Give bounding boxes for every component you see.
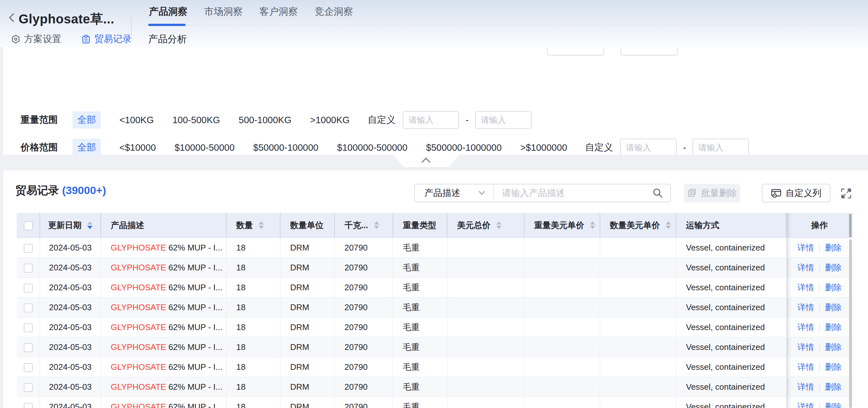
- tab-trade-records-label: 贸易记录: [94, 33, 132, 45]
- weight-max-input[interactable]: [475, 111, 532, 129]
- main-tab[interactable]: 客户洞察: [259, 5, 299, 18]
- row-checkbox[interactable]: [24, 383, 33, 392]
- filter-option[interactable]: 100-500KG: [173, 115, 220, 126]
- cell-quantity: 18: [226, 357, 280, 377]
- scrollbar-track-segment: [849, 214, 851, 237]
- sort-icon[interactable]: [496, 221, 501, 229]
- column-header[interactable]: 数量美元单价: [600, 213, 676, 238]
- cell-usd-unit-weight: [524, 277, 600, 297]
- table-row: 2024-05-03GLYPHOSATE 62% MUP - I...18DRM…: [17, 317, 852, 337]
- delete-link[interactable]: 删除: [825, 382, 842, 392]
- filter-option[interactable]: $100000-500000: [337, 142, 407, 153]
- filter-option[interactable]: 500-1000KG: [239, 115, 291, 126]
- column-header-label: 更新日期: [48, 220, 82, 231]
- clipped-input[interactable]: [620, 47, 678, 56]
- main-tab[interactable]: 市场洞察: [204, 5, 243, 18]
- column-header[interactable]: 重量美元单价: [524, 213, 600, 238]
- cell-quantity-unit: DRM: [280, 397, 335, 408]
- sort-icon[interactable]: [374, 221, 379, 229]
- detail-link[interactable]: 详情: [797, 322, 814, 332]
- filter-option[interactable]: $50000-100000: [253, 142, 318, 153]
- table-row: 2024-05-03GLYPHOSATE 62% MUP - I...18DRM…: [17, 357, 852, 377]
- row-checkbox[interactable]: [24, 303, 33, 312]
- cell-actions: 详情删除: [786, 297, 852, 317]
- delete-link[interactable]: 删除: [825, 303, 842, 312]
- filter-option[interactable]: 全部: [72, 139, 101, 155]
- sort-icon[interactable]: [666, 221, 671, 229]
- row-checkbox[interactable]: [24, 403, 33, 408]
- collapse-filters-tab[interactable]: [393, 155, 459, 167]
- column-header[interactable]: 千克...: [335, 213, 393, 238]
- delete-link[interactable]: 删除: [825, 263, 842, 272]
- row-checkbox[interactable]: [24, 244, 33, 253]
- detail-link[interactable]: 详情: [797, 342, 814, 352]
- cell-transport: Vessel, containerized: [676, 317, 786, 337]
- column-header-label: 美元总价: [457, 220, 491, 231]
- filter-option[interactable]: $10000-50000: [175, 142, 235, 153]
- tab-trade-records[interactable]: 贸易记录: [81, 33, 132, 45]
- delete-link[interactable]: 删除: [825, 362, 842, 372]
- weight-min-input[interactable]: [403, 111, 459, 129]
- back-icon[interactable]: [8, 13, 15, 23]
- filter-option[interactable]: >1000KG: [310, 115, 349, 126]
- product-description-rest: 62% MUP - I...: [166, 402, 222, 408]
- column-header[interactable]: 美元总价: [447, 213, 524, 238]
- sort-icon[interactable]: [259, 221, 264, 229]
- delete-link[interactable]: 删除: [825, 322, 842, 332]
- row-checkbox[interactable]: [24, 363, 33, 372]
- cell-usd-unit-weight: [524, 297, 600, 317]
- cell-actions: 详情删除: [786, 277, 852, 297]
- column-header[interactable]: 更新日期: [40, 213, 101, 238]
- tab-product-analysis[interactable]: 产品分析: [148, 33, 187, 46]
- detail-link[interactable]: 详情: [797, 303, 814, 312]
- main-tab[interactable]: 产品洞察: [148, 5, 188, 18]
- product-keyword-highlight: GLYPHOSATE: [111, 322, 166, 332]
- delete-link[interactable]: 删除: [825, 402, 842, 408]
- detail-link[interactable]: 详情: [797, 362, 814, 372]
- cell-update-date: 2024-05-03: [40, 258, 101, 277]
- cell-usd-total: [447, 317, 524, 337]
- row-checkbox[interactable]: [24, 343, 33, 352]
- main-tab[interactable]: 竞企洞察: [314, 5, 354, 18]
- filter-option[interactable]: >$1000000: [520, 142, 567, 153]
- tab-scheme-settings[interactable]: 方案设置: [11, 33, 61, 45]
- delete-link[interactable]: 删除: [825, 282, 842, 292]
- detail-link[interactable]: 详情: [797, 402, 814, 408]
- search-input[interactable]: [494, 184, 652, 202]
- tabs-baseline: [146, 25, 868, 26]
- record-count: (39000+): [62, 184, 106, 196]
- price-max-input[interactable]: [692, 139, 749, 155]
- batch-delete-button[interactable]: 批量删除: [684, 184, 740, 202]
- filter-option[interactable]: 全部: [72, 111, 101, 129]
- sort-icon[interactable]: [590, 221, 595, 229]
- row-checkbox[interactable]: [24, 323, 33, 332]
- price-min-input[interactable]: [620, 139, 677, 155]
- fullscreen-icon[interactable]: [840, 188, 852, 199]
- detail-link[interactable]: 详情: [797, 282, 814, 292]
- sort-icon[interactable]: [87, 221, 92, 229]
- select-all-checkbox[interactable]: [24, 221, 33, 230]
- search-field-select[interactable]: 产品描述: [415, 184, 493, 202]
- row-checkbox[interactable]: [24, 283, 33, 293]
- search-icon[interactable]: [652, 188, 663, 199]
- cell-actions: 详情删除: [786, 258, 852, 277]
- weight-range-row: 重量范围 全部<100KG100-500KG500-1000KG>1000KG …: [21, 110, 862, 130]
- row-checkbox-cell: [17, 238, 40, 258]
- scrollbar-thumb[interactable]: [849, 239, 852, 408]
- filter-option[interactable]: <$10000: [119, 142, 156, 153]
- column-header: 重量类型: [393, 213, 447, 238]
- weight-range-options: 全部<100KG100-500KG500-1000KG>1000KG: [72, 111, 349, 129]
- detail-link[interactable]: 详情: [797, 263, 814, 272]
- detail-link[interactable]: 详情: [797, 382, 814, 392]
- filter-option[interactable]: <100KG: [119, 115, 154, 126]
- row-checkbox[interactable]: [24, 264, 33, 273]
- filter-option[interactable]: $500000-1000000: [426, 142, 501, 153]
- trade-records-title-text: 贸易记录: [16, 184, 59, 196]
- detail-link[interactable]: 详情: [797, 243, 814, 252]
- product-description-rest: 62% MUP - I...: [166, 362, 222, 372]
- delete-link[interactable]: 删除: [825, 243, 842, 252]
- delete-link[interactable]: 删除: [825, 342, 842, 352]
- custom-columns-button[interactable]: 自定义列: [762, 184, 831, 202]
- clipped-input[interactable]: [547, 47, 604, 56]
- column-header[interactable]: 数量: [226, 213, 280, 238]
